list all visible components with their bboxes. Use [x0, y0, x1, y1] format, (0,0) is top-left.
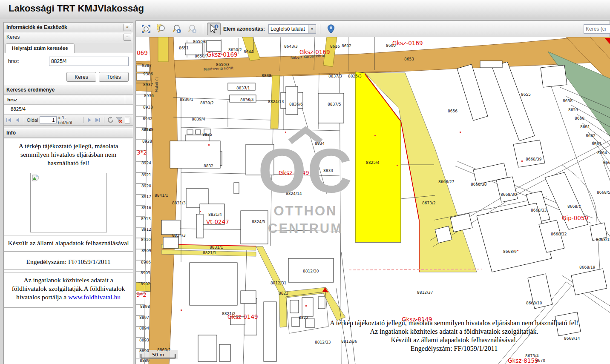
parcel-label: 8913: [141, 217, 151, 221]
parcel-label: 8668/14: [564, 336, 580, 341]
identify-mode-select[interactable]: Legfelső találat ▼: [268, 24, 316, 34]
pager-prev-button[interactable]: [14, 116, 21, 123]
parcel-label: 8656: [448, 109, 458, 113]
parcel-label: 8821/1: [203, 251, 216, 255]
parcel-label: 8831/1: [210, 245, 223, 249]
sidebar: Információk és Eszközök « Keres − Helyra…: [3, 22, 133, 364]
parcel-label: 8920: [141, 184, 151, 188]
parcel-label: 8937: [143, 83, 153, 87]
collapse-search-button[interactable]: −: [124, 34, 131, 41]
map-canvas[interactable]: 8650/686518650/286448650/78650/393879386…: [136, 37, 610, 364]
search-section-header: Keres −: [4, 32, 133, 42]
parcel-label: 8663: [592, 142, 601, 146]
zoom-previous-button[interactable]: [170, 23, 184, 35]
parcel-label: 8602: [342, 44, 351, 48]
clear-filter-icon[interactable]: [115, 116, 123, 123]
tab-helyrajzi-szam[interactable]: Helyrajzi szám keresése: [6, 43, 75, 53]
parcel-label: 8664: [597, 151, 607, 155]
parcel-label: 8841/1: [155, 193, 168, 198]
parcel-label: 8668/30: [501, 192, 517, 197]
map-disclaimer-line: Az ingatlanok közhiteles adatait a földh…: [370, 328, 538, 335]
zoom-box-icon: [156, 24, 167, 34]
zone-label: Gksz-0169: [207, 51, 238, 58]
export-page-icon[interactable]: [124, 116, 131, 123]
parcel-label: 9386: [143, 72, 153, 76]
parcel-label: 8650/6: [193, 40, 207, 44]
foldhivatal-link[interactable]: www.foldhivatal.hu: [68, 293, 121, 301]
parcel-label: 8926: [141, 128, 151, 132]
hrsz-input[interactable]: [49, 57, 129, 66]
parcel-label: 8897: [139, 315, 149, 320]
map-disclaimer-text: A térkép tájékoztató jellegű, másolata s…: [4, 138, 133, 171]
pager-last-button[interactable]: [95, 116, 102, 123]
parcel-label: 8837/3: [328, 74, 342, 78]
parcel-label: 8812/31: [270, 281, 286, 285]
parcel-label: 8825/4: [366, 161, 380, 165]
parcel-label: 8812/33: [315, 340, 331, 344]
watermark-text: CENTRUM: [268, 221, 343, 236]
parcel-label: 8668/9: [503, 249, 517, 254]
identify-tool-button[interactable]: i: [207, 23, 221, 35]
zoom-extent-icon: [141, 24, 151, 34]
zone-label: Gksz-0149: [227, 313, 258, 320]
parcel-label: 8839/2: [200, 101, 214, 105]
parcel-label: 8893: [139, 338, 149, 342]
zone-label: 9*2: [136, 291, 147, 298]
search-tab-strip: Helyrajzi szám keresése: [4, 42, 133, 53]
parcel-label: 8902: [141, 282, 150, 286]
parcel-label: 8668/38: [471, 182, 487, 186]
parcel-label: 8812/30: [303, 269, 319, 273]
hrsz-label: hrsz:: [8, 58, 49, 64]
parcel-label: 8668/27: [438, 180, 454, 184]
map-disclaimer-line: A térkép tájékoztató jellegű, másolata s…: [330, 319, 578, 327]
parcel-label: 8836/6: [289, 102, 303, 106]
watermark-text: OC: [258, 136, 353, 206]
zone-label: 069: [137, 49, 148, 56]
parcel-label: 8665: [603, 161, 610, 165]
made-with-text: Készült az állami alapadatok felhasználá…: [4, 235, 133, 251]
parcel-label: 8835: [202, 132, 212, 137]
pager-next-button[interactable]: [86, 116, 93, 123]
map-disclaimer-line: Engedélyszám: FF/1059/1/2011: [411, 345, 498, 353]
parcel-label: 8822: [299, 315, 308, 320]
refresh-icon[interactable]: [107, 116, 114, 123]
results-row[interactable]: 8825/4: [4, 105, 133, 114]
parcel-label: 8668/18: [596, 238, 610, 242]
info-panel-title: Info: [6, 130, 16, 136]
pager-first-button[interactable]: [6, 116, 13, 123]
parcel-label: 8668/39: [526, 157, 542, 161]
map-search-input[interactable]: [584, 24, 610, 34]
parcel-label: 8839/1: [180, 97, 193, 102]
parcel-label: 8839/4: [192, 117, 205, 121]
app-title: Lakossági TRT KMJVlakosság: [9, 3, 144, 14]
parcel-label: 8673/2: [422, 201, 436, 205]
parcel-label: 8812/37: [417, 290, 433, 295]
parcel-label: 8824/3: [172, 233, 186, 238]
info-image-container: [4, 171, 133, 235]
pager-page-input[interactable]: [40, 116, 57, 123]
results-column-header[interactable]: hrsz: [4, 95, 133, 105]
parcel-label: 8924: [141, 161, 151, 165]
results-pager: Oldal a 1-ból/ből: [4, 114, 133, 126]
parcel-label: 8616: [330, 44, 340, 49]
parcel-label: 8655: [521, 92, 531, 97]
zone-label: Gksz-8159: [508, 357, 538, 364]
parcel-label: 8825/3: [348, 74, 362, 78]
zoom-box-button[interactable]: [155, 23, 168, 35]
clear-button[interactable]: Törlés: [99, 72, 129, 82]
parcel-label: 8912: [141, 227, 151, 232]
svg-text:i: i: [216, 25, 217, 29]
parcel-label: 8660: [575, 116, 584, 120]
search-button[interactable]: Keres: [66, 72, 96, 82]
parcel-label: 8928: [142, 139, 152, 143]
zoom-extent-button[interactable]: [139, 23, 153, 35]
watermark-text: OTTHON: [274, 203, 337, 218]
parcel-label: 8905: [141, 271, 150, 275]
collapse-sidebar-button[interactable]: «: [124, 24, 131, 31]
zoom-next-button[interactable]: [185, 23, 199, 35]
parcel-label: 8837/5: [328, 102, 341, 106]
parcel-label: 8933: [143, 105, 153, 109]
zone-label: 3*2: [137, 149, 147, 156]
street-label: Makói út: [155, 77, 159, 92]
marker-tool-button[interactable]: [324, 23, 338, 35]
